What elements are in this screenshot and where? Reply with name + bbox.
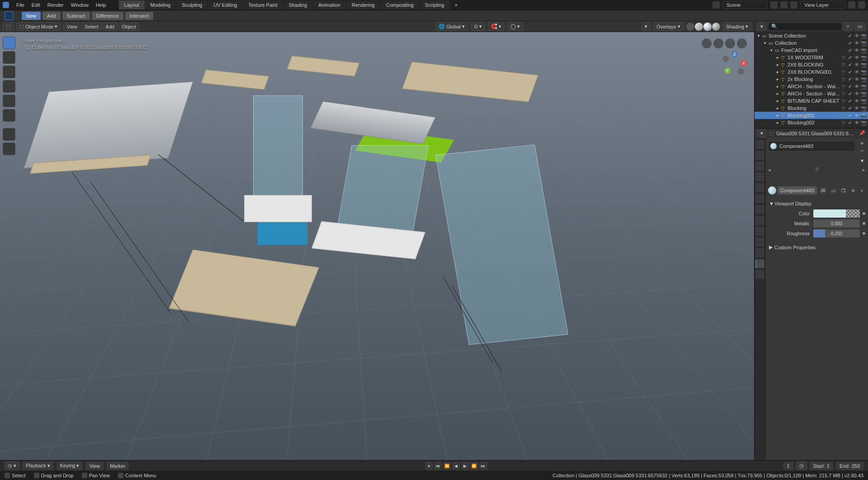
workspace-tab-compositing[interactable]: Compositing (381, 0, 419, 10)
hide-icon[interactable]: 👁 (854, 105, 860, 111)
menu-help[interactable]: Help (92, 2, 110, 8)
hide-icon[interactable]: 👁 (854, 127, 860, 128)
shading-mode-toggle[interactable] (686, 23, 720, 31)
exclude-icon[interactable]: ✔ (848, 76, 854, 82)
mode-dropdown[interactable]: ⬚ Object Mode ▾ (16, 22, 61, 31)
material-new-button[interactable]: ▭ (829, 187, 838, 195)
disable-render-icon[interactable]: 📷 (861, 76, 866, 82)
axis-neg-icon[interactable] (738, 68, 744, 75)
axis-neg-icon[interactable] (722, 56, 729, 62)
prev-keyframe-button[interactable]: ⏪ (443, 462, 451, 470)
active-tool-icon[interactable] (5, 11, 14, 20)
keyframe-dot-icon[interactable] (863, 212, 865, 215)
outliner-row[interactable]: ▸▽ARCH - Section - Wall Section K - 2▽✔👁… (755, 90, 868, 97)
workspace-tab-animation[interactable]: Animation (313, 0, 346, 10)
output-tab-icon[interactable] (755, 151, 764, 160)
exclude-icon[interactable]: ✔ (848, 120, 854, 125)
gizmo-visibility-dropdown[interactable]: ▾ (642, 22, 651, 31)
roughness-field[interactable]: 0.250 (813, 229, 860, 238)
bool-new-button[interactable]: New (22, 12, 41, 20)
exclude-icon[interactable]: ✔ (848, 33, 854, 38)
disable-render-icon[interactable]: 📷 (861, 55, 866, 60)
annotate-tool-icon[interactable] (3, 128, 15, 141)
next-keyframe-button[interactable]: ⏩ (470, 462, 478, 470)
exclude-icon[interactable]: ✔ (848, 91, 854, 96)
viewlayer-browse-icon[interactable] (790, 1, 797, 9)
material-slot-menu-button[interactable]: ▾ (859, 158, 865, 164)
outliner-row[interactable]: ▾▭FreeCAD import✔👁📷 (755, 47, 868, 54)
hide-icon[interactable]: 👁 (854, 120, 860, 125)
play-reverse-button[interactable]: ◀ (452, 462, 460, 470)
texture-tab-icon[interactable] (755, 270, 764, 279)
hide-icon[interactable]: 👁 (854, 40, 860, 46)
workspace-tab-scripting[interactable]: Scripting (420, 0, 450, 10)
outliner-row[interactable]: ▸▽Blocking001▽✔👁📷 (755, 112, 868, 119)
object-tab-icon[interactable] (755, 194, 764, 203)
menu-render[interactable]: Render (44, 2, 67, 8)
outliner-row[interactable]: ▸▽Blocking002▽✔👁📷 (755, 119, 868, 126)
navigation-gizmo[interactable]: Z X Y (722, 51, 747, 76)
camera-gizmo-icon[interactable] (725, 38, 735, 48)
shading-dropdown[interactable]: Shading ▾ (723, 22, 751, 31)
scene-delete-icon[interactable] (780, 1, 788, 9)
keyframe-dot-icon[interactable] (863, 222, 865, 225)
rotate-tool-icon[interactable] (3, 80, 15, 93)
overlays-dropdown[interactable]: Overlays ▾ (653, 22, 683, 31)
hide-icon[interactable]: 👁 (854, 84, 860, 89)
outliner-search-input[interactable]: 🔍 (768, 23, 842, 31)
viewport-menu-add[interactable]: Add (103, 23, 118, 31)
hide-icon[interactable]: 👁 (854, 98, 860, 104)
viewport-display-panel-header[interactable]: ▼Viewport Display (768, 198, 865, 209)
workspace-tab-sculpting[interactable]: Sculpting (176, 0, 208, 10)
material-slot-list[interactable]: Component483 (768, 141, 855, 152)
play-button[interactable]: ▶ (461, 462, 469, 470)
physics-tab-icon[interactable] (755, 227, 764, 236)
custom-properties-panel-header[interactable]: ▶Custom Properties (768, 242, 865, 253)
disable-render-icon[interactable]: 📷 (861, 84, 866, 89)
hide-icon[interactable]: 👁 (854, 48, 860, 53)
blender-logo-icon[interactable] (3, 2, 9, 8)
outliner-row[interactable]: ▸▽Blocking▽✔👁📷 (755, 105, 868, 112)
material-browse-icon[interactable] (768, 186, 776, 195)
axis-z-icon[interactable]: Z (731, 51, 738, 57)
hide-icon[interactable]: 👁 (854, 76, 860, 82)
properties-editor-type-dropdown[interactable]: ▾ (757, 129, 766, 138)
zoom-gizmo-icon[interactable] (702, 38, 712, 48)
material-tab-icon[interactable] (755, 259, 764, 268)
wireframe-shading-icon[interactable] (686, 23, 694, 31)
bool-add-button[interactable]: Add (42, 12, 61, 20)
disable-render-icon[interactable]: 📷 (861, 40, 866, 46)
outliner-row[interactable]: ▸▽ARCH - Section - Wall Section K - 1▽✔👁… (755, 83, 868, 90)
outliner-row[interactable]: ▸▽2X8 BLOCKING▽✔👁📷 (755, 61, 868, 68)
orientation-dropdown[interactable]: 🌐 Global ▾ (435, 22, 468, 31)
exclude-icon[interactable]: ✔ (848, 62, 854, 67)
menu-window[interactable]: Window (67, 2, 92, 8)
playback-dropdown[interactable]: Playback ▾ (22, 461, 54, 470)
axis-x-icon[interactable]: X (741, 60, 747, 67)
outliner-display-mode-dropdown[interactable]: ▾ (757, 22, 766, 31)
exclude-icon[interactable]: ✔ (848, 105, 854, 111)
hide-icon[interactable]: 👁 (854, 55, 860, 60)
disable-render-icon[interactable]: 📷 (861, 48, 866, 53)
exclude-icon[interactable]: ✔ (848, 40, 854, 46)
disable-render-icon[interactable]: 📷 (861, 62, 866, 67)
measure-tool-icon[interactable] (3, 143, 15, 155)
timeline-marker-menu[interactable]: Marker (106, 462, 129, 470)
bool-subtract-button[interactable]: Subtract (62, 12, 90, 20)
exclude-icon[interactable]: ✔ (848, 113, 854, 118)
viewlayer-new-icon[interactable] (848, 1, 855, 9)
world-tab-icon[interactable] (755, 183, 764, 192)
disable-render-icon[interactable]: 📷 (861, 120, 866, 125)
solid-shading-icon[interactable] (695, 23, 703, 31)
scene-browse-icon[interactable] (712, 1, 720, 9)
menu-edit[interactable]: Edit (28, 2, 44, 8)
select-tool-icon[interactable] (3, 37, 15, 49)
data-tab-icon[interactable] (755, 248, 764, 257)
transform-tool-icon[interactable] (3, 109, 15, 122)
workspace-tab-layout[interactable]: Layout (119, 0, 145, 10)
pivot-dropdown[interactable]: ⊙ ▾ (471, 22, 485, 31)
hide-icon[interactable]: 👁 (854, 33, 860, 38)
keying-dropdown[interactable]: Keying ▾ (57, 461, 83, 470)
workspace-tab-rendering[interactable]: Rendering (346, 0, 380, 10)
workspace-tab-shading[interactable]: Shading (283, 0, 312, 10)
